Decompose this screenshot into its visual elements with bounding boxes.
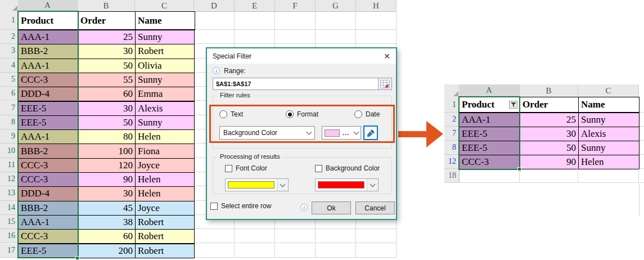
cell-a7[interactable]: EEE-5 [459,127,520,141]
column-header-a[interactable]: A [18,0,78,12]
cell-a7[interactable]: EEE-5 [18,101,78,116]
row-header-11[interactable]: 11 [0,158,19,172]
filter-color-dropdown[interactable]: ... [322,126,361,140]
column-header-g[interactable]: G [316,0,356,12]
cell-b2[interactable]: 25 [520,113,579,127]
cell-a13[interactable]: DDD-4 [18,186,78,201]
cell-c7[interactable]: Alexis [135,101,195,116]
row-header-15[interactable]: 15 [0,215,19,229]
grid-cell[interactable] [640,97,644,113]
cell-a6[interactable]: DDD-4 [18,87,78,101]
font-color-checkbox[interactable]: Font Color [225,164,267,172]
column-header-h[interactable]: H [356,0,397,12]
cell-c8[interactable]: Sunny [135,115,195,130]
cell-c5[interactable]: Sunny [135,73,195,87]
grid-cell[interactable] [640,155,644,169]
row-header-1[interactable]: 1 [444,97,460,113]
cell-b3[interactable]: 30 [78,44,136,59]
column-header-c[interactable]: C [578,84,639,97]
grid-cell[interactable] [578,169,639,183]
cell-c11[interactable]: Joyce [135,158,195,173]
dropdown-button[interactable] [277,179,288,191]
cell-c12[interactable]: Helen [135,172,195,187]
cell-b6[interactable]: 60 [78,87,136,101]
cell-b17[interactable]: 200 [78,244,136,258]
row-header-8[interactable]: 8 [0,115,19,129]
cell-c6[interactable]: Emma [135,87,195,101]
fill-handle[interactable] [517,167,521,171]
cell-b11[interactable]: 120 [78,158,136,173]
font-color-picker[interactable] [225,178,289,191]
grid-cell[interactable] [459,169,520,183]
grid-cell[interactable] [356,11,397,30]
header-cell-product[interactable]: Product [459,97,520,113]
row-header-17[interactable]: 17 [0,244,19,258]
grid-cell[interactable] [194,244,235,258]
grid-cell[interactable] [640,127,644,141]
row-header-3[interactable]: 3 [0,44,19,58]
cell-b14[interactable]: 45 [78,201,136,216]
cell-a2[interactable]: AAA-1 [18,30,78,44]
cell-c4[interactable]: Olivia [135,59,195,73]
cell-c7[interactable]: Alexis [578,127,640,141]
header-cell-order[interactable]: Order [78,11,136,30]
row-header-10[interactable]: 10 [0,144,19,158]
cell-b10[interactable]: 100 [78,144,136,158]
cell-a12[interactable]: CCC-3 [459,155,520,169]
cell-b8[interactable]: 50 [520,141,579,155]
row-header-16[interactable]: 16 [0,229,19,243]
cell-b7[interactable]: 30 [520,127,579,141]
cell-c10[interactable]: Fiona [135,144,195,158]
cell-a11[interactable]: CCC-3 [18,158,78,173]
cell-b13[interactable]: 30 [78,186,136,201]
grid-cell[interactable] [316,229,356,243]
row-header-18[interactable]: 18 [444,169,460,183]
grid-cell[interactable] [356,244,397,258]
grid-cell[interactable] [356,229,397,243]
grid-cell[interactable] [235,30,275,44]
background-color-checkbox[interactable]: Background Color [315,164,380,172]
background-color-picker[interactable] [315,178,379,191]
eyedropper-button[interactable] [363,125,378,140]
cell-a8[interactable]: EEE-5 [459,141,520,155]
radio-text[interactable]: Text [219,110,243,118]
column-header-f[interactable]: F [275,0,316,12]
cell-c8[interactable]: Sunny [578,141,640,155]
grid-cell[interactable] [640,141,644,155]
radio-date[interactable]: Date [354,110,380,118]
row-header-8[interactable]: 8 [444,141,460,155]
row-header-12[interactable]: 12 [0,172,19,186]
cell-b15[interactable]: 38 [78,215,136,230]
column-header-b[interactable]: B [78,0,135,12]
grid-cell[interactable] [316,30,356,44]
select-all-button[interactable] [0,0,19,12]
column-header-e[interactable]: E [235,0,275,12]
cell-a8[interactable]: EEE-5 [18,115,78,130]
cell-b12[interactable]: 90 [78,172,136,187]
cell-c17[interactable]: Robert [135,244,195,258]
select-entire-row-checkbox[interactable]: Select entire row [210,202,271,210]
cell-c16[interactable]: Robert [135,229,195,244]
close-icon[interactable]: ✕ [384,52,390,61]
grid-cell[interactable] [316,11,356,30]
header-cell-product[interactable]: Product [18,11,79,30]
row-header-4[interactable]: 4 [0,59,19,73]
row-header-2[interactable]: 2 [444,113,460,127]
row-header-12[interactable]: 12 [444,155,460,169]
row-header-1[interactable]: 1 [0,11,19,30]
grid-cell[interactable] [194,229,235,243]
grid-cell[interactable] [275,244,316,258]
row-header-9[interactable]: 9 [0,129,19,144]
grid-cell[interactable] [640,169,644,183]
grid-cell[interactable] [316,244,356,258]
header-cell-order[interactable]: Order [520,97,579,113]
cell-a16[interactable]: CCC-3 [18,229,78,244]
grid-cell[interactable] [194,30,235,44]
cancel-button[interactable]: Cancel [355,201,395,214]
grid-cell[interactable] [275,229,316,243]
cell-b16[interactable]: 60 [78,229,136,244]
cell-c2[interactable]: Sunny [135,30,195,44]
cell-c15[interactable]: Robert [135,215,195,230]
column-header-a[interactable]: A [459,84,520,97]
row-header-2[interactable]: 2 [0,30,19,44]
